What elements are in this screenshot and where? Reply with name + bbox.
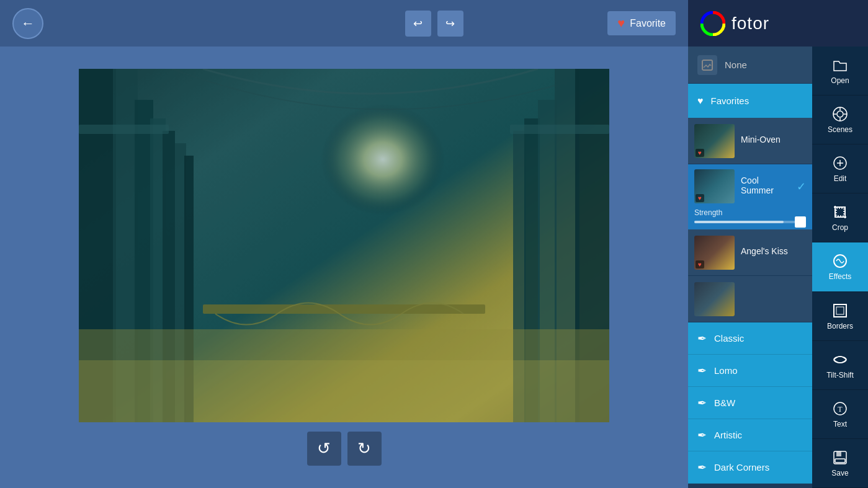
open-label: Open	[831, 76, 849, 85]
save-label: Save	[831, 469, 848, 477]
borders-icon	[831, 302, 849, 319]
angels-kiss-name: Angel's Kiss	[741, 246, 806, 256]
crop-label: Crop	[832, 223, 848, 232]
effect-cool-summer-expanded[interactable]: ♥ Cool Summer ✓ Strength	[688, 164, 812, 229]
mini-oven-fav-icon: ♥	[696, 149, 704, 157]
header-center-controls: ↩ ↪	[405, 11, 463, 37]
favorite-label: Favorite	[630, 18, 666, 29]
strength-section: Strength	[688, 208, 812, 229]
favorites-label: Favorites	[711, 95, 749, 106]
edit-icon	[831, 154, 849, 172]
effects-icon	[831, 252, 849, 270]
effect-mini-oven[interactable]: ♥ Mini-Oven	[688, 118, 812, 164]
category-lomo[interactable]: ✒ Lomo	[688, 355, 812, 387]
back-button[interactable]: ←	[12, 8, 43, 39]
category-dark-corners[interactable]: ✒ Dark Corners	[688, 451, 812, 484]
favorites-heart-icon: ♥	[697, 95, 704, 107]
redo-icon: ↪	[445, 17, 455, 30]
svg-text:T: T	[838, 405, 843, 414]
category-artistic[interactable]: ✒ Artistic	[688, 419, 812, 451]
borders-label: Borders	[827, 322, 853, 331]
toolbar-text[interactable]: T Text	[812, 390, 868, 439]
save-icon	[831, 449, 849, 466]
heart-icon: ♥	[617, 16, 625, 30]
main-content: ↺ ↻ None ♥ Favorites	[0, 47, 868, 488]
mini-oven-name: Mini-Oven	[741, 135, 806, 144]
classic-label: Classic	[714, 333, 744, 344]
angels-kiss-info: Angel's Kiss	[741, 246, 806, 259]
favorite-button[interactable]: ♥ Favorite	[607, 11, 676, 35]
cool-summer-check-icon: ✓	[797, 180, 806, 193]
cool-summer-fav-icon: ♥	[696, 194, 704, 202]
artistic-label: Artistic	[714, 430, 742, 440]
scenes-icon	[831, 105, 849, 123]
cool-summer-thumb: ♥	[694, 169, 735, 203]
redo-button[interactable]: ↪	[437, 11, 463, 37]
extra-thumb	[694, 282, 735, 316]
photo-svg	[79, 69, 609, 422]
toolbar-effects[interactable]: Effects	[812, 242, 868, 291]
svg-rect-33	[834, 304, 846, 317]
angels-kiss-thumb: ♥	[694, 236, 735, 270]
effects-panel: None ♥ Favorites ♥ Mini-Oven	[688, 47, 812, 488]
effect-none[interactable]: None	[688, 47, 812, 84]
dark-corners-label: Dark Corners	[714, 462, 769, 472]
toolbar-save[interactable]: Save	[812, 439, 868, 488]
svg-point-35	[834, 357, 846, 363]
category-bw[interactable]: ✒ B&W	[688, 387, 812, 419]
favorites-row[interactable]: ♥ Favorites	[688, 84, 812, 118]
photo-container	[79, 69, 609, 422]
cool-summer-name: Cool Summer	[741, 175, 790, 195]
toolbar-open[interactable]: Open	[812, 47, 868, 95]
toolbar-tilt-shift[interactable]: Tilt-Shift	[812, 341, 868, 390]
slider-track	[694, 221, 806, 223]
rotate-right-button[interactable]: ↻	[347, 432, 382, 466]
rotate-left-button[interactable]: ↺	[307, 432, 341, 466]
crop-icon	[831, 203, 849, 221]
svg-rect-39	[836, 451, 841, 456]
bw-icon: ✒	[697, 396, 707, 410]
back-icon: ←	[21, 16, 35, 32]
effects-label: Effects	[829, 272, 851, 281]
lomo-label: Lomo	[714, 365, 738, 376]
toolbar-scenes[interactable]: Scenes	[812, 95, 868, 144]
rotate-right-icon: ↻	[357, 439, 371, 458]
artistic-icon: ✒	[697, 428, 707, 442]
slider-thumb[interactable]	[795, 216, 806, 228]
text-label: Text	[833, 420, 847, 428]
toolbar: Open Scenes Edit	[812, 47, 868, 488]
toolbar-edit[interactable]: Edit	[812, 144, 868, 193]
undo-button[interactable]: ↩	[405, 11, 431, 37]
brand-bar: fotor	[688, 0, 868, 47]
edit-label: Edit	[834, 174, 847, 183]
bottom-controls: ↺ ↻	[307, 432, 382, 466]
strength-label: Strength	[694, 208, 806, 217]
bw-label: B&W	[714, 397, 735, 408]
strength-slider[interactable]	[694, 221, 806, 223]
open-icon	[831, 56, 849, 74]
effect-angels-kiss[interactable]: ♥ Angel's Kiss	[688, 229, 812, 276]
mini-oven-thumb: ♥	[694, 124, 735, 158]
svg-rect-40	[835, 459, 845, 463]
category-classic[interactable]: ✒ Classic	[688, 322, 812, 355]
effects-list: None ♥ Favorites ♥ Mini-Oven	[688, 47, 812, 488]
mini-oven-info: Mini-Oven	[741, 135, 806, 147]
dark-corners-icon: ✒	[697, 461, 707, 474]
rotate-left-icon: ↺	[317, 439, 331, 458]
toolbar-crop[interactable]: Crop	[812, 193, 868, 242]
scenes-label: Scenes	[828, 125, 852, 134]
svg-rect-20	[79, 69, 609, 422]
photo-inner	[79, 69, 609, 422]
lomo-icon: ✒	[697, 364, 707, 378]
canvas-area: ↺ ↻	[0, 47, 688, 488]
photo	[79, 69, 609, 422]
effect-none-label: None	[725, 60, 747, 70]
classic-icon: ✒	[697, 332, 707, 345]
effect-extra[interactable]	[688, 276, 812, 322]
toolbar-borders[interactable]: Borders	[812, 292, 868, 341]
svg-rect-31	[836, 208, 844, 216]
tilt-shift-label: Tilt-Shift	[826, 371, 854, 379]
extra-info	[741, 298, 806, 300]
fotor-logo-icon	[700, 11, 725, 36]
slider-fill	[694, 221, 784, 223]
